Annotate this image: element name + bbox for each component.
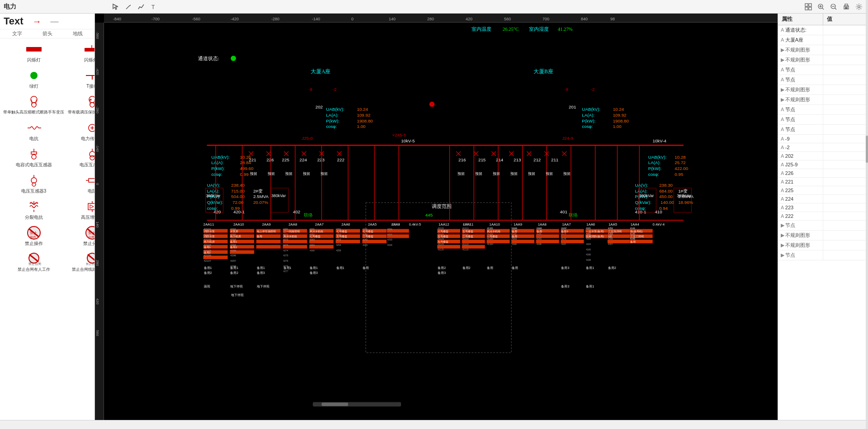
right-panel-row-0[interactable]: A 通道状态: — [778, 25, 868, 35]
svg-text:备用1: 备用1 — [586, 285, 594, 288]
svg-text:禁止合闸线路: 禁止合闸线路 — [86, 263, 95, 265]
rp-value-14 — [823, 160, 868, 169]
expand-arrow-24[interactable]: ▶ — [781, 252, 784, 258]
right-panel-row-10[interactable]: A 节点 — [778, 125, 868, 135]
svg-text:T: T — [151, 4, 155, 10]
right-panel-row-20[interactable]: A 222 — [778, 212, 868, 221]
comp-dandiao[interactable]: 带单触头高压熔断式断路手车变压 — [2, 93, 66, 118]
right-panel-row-22[interactable]: ▶不规则图形 — [778, 231, 868, 240]
svg-text:Q(kVar):: Q(kVar): — [635, 200, 651, 205]
svg-text:238.30: 238.30 — [659, 183, 673, 188]
right-panel-row-24[interactable]: ▶节点 — [778, 250, 868, 260]
svg-text:4263: 4263 — [310, 239, 315, 241]
right-panel-row-16[interactable]: A 221 — [778, 178, 868, 186]
svg-text:-9: -9 — [308, 87, 312, 92]
svg-text:4231: 4231 — [387, 228, 392, 231]
expand-arrow-23[interactable]: ▶ — [781, 242, 784, 248]
expand-arrow-6[interactable]: ▶ — [781, 87, 784, 93]
comp-dianlicgq[interactable]: 电力传感器 — [66, 119, 95, 144]
svg-text:Q(kVar):: Q(kVar): — [207, 200, 223, 205]
svg-text:2AA7: 2AA7 — [315, 222, 324, 226]
svg-text:4176: 4176 — [561, 238, 566, 240]
expand-arrow-3[interactable]: ▶ — [781, 57, 784, 63]
right-panel-row-13[interactable]: A 202 — [778, 152, 868, 160]
canvas-area[interactable]: -840 -700 -560 -420 -280 -140 0 140 280 … — [95, 14, 778, 420]
right-panel-row-15[interactable]: A 226 — [778, 169, 868, 178]
svg-text:LA(A):: LA(A): — [211, 160, 224, 165]
svg-text:备用: 备用 — [630, 240, 636, 243]
zoom-fit-btn[interactable] — [803, 1, 814, 12]
rp-value-20 — [823, 212, 868, 220]
expand-arrow-22[interactable]: ▶ — [781, 232, 784, 238]
settings-btn[interactable] — [854, 1, 864, 12]
polyline-tool[interactable] — [136, 1, 146, 12]
comp-shandeng1[interactable]: 闪烁灯 — [2, 40, 66, 66]
comp-dianyahgq1b[interactable]: 电压互感器1 — [66, 145, 95, 170]
svg-text:410-1: 410-1 — [635, 209, 646, 214]
expand-arrow-2[interactable]: ▶ — [781, 47, 784, 53]
svg-rect-7 — [809, 7, 811, 10]
comp-jinzhibfz[interactable]: 禁止 分闸 禁止分闸 — [66, 224, 95, 249]
diagram[interactable]: 室内温度 26.25°C 室内湿度 41.27% 通道状态: 大厦A座 大厦B座… — [104, 23, 778, 411]
svg-text:10kV-4: 10kV-4 — [653, 139, 667, 144]
right-panel-row-9[interactable]: A 节点 — [778, 115, 868, 125]
comp-lvdeng[interactable]: 绿灯 — [2, 66, 66, 92]
comp-diankang[interactable]: 电抗 — [2, 119, 66, 144]
comp-dianyahgq3[interactable]: 电压互感器3 — [2, 171, 66, 197]
svg-text:预留: 预留 — [285, 172, 292, 176]
right-panel-row-17[interactable]: A 225 — [778, 186, 868, 195]
svg-rect-274 — [462, 245, 485, 249]
rp-label-7: ▶不规则图形 — [778, 95, 823, 104]
comp-fenliedkang[interactable]: 分裂电抗 — [2, 198, 66, 223]
svg-text:UA(V):: UA(V): — [207, 183, 220, 188]
zoom-in-btn[interactable] — [816, 1, 826, 12]
svg-text:4161: 4161 — [586, 227, 591, 230]
comp-diankang2[interactable]: 电阻 — [66, 171, 95, 197]
text-label[interactable]: Text — [4, 15, 24, 27]
right-panel-row-11[interactable]: A -9 — [778, 135, 868, 143]
right-panel-row-2[interactable]: ▶不规则图形 — [778, 45, 868, 55]
comp-gaoya[interactable]: 高压增幅器 — [66, 198, 95, 223]
rp-value-22 — [823, 231, 868, 240]
right-panel-row-5[interactable]: A 节点 — [778, 75, 868, 85]
zoom-out-btn[interactable] — [828, 1, 839, 12]
svg-rect-270 — [437, 245, 460, 249]
comp-jinzhibcz[interactable]: 禁止 操作 禁止操作 — [2, 224, 66, 249]
right-panel-row-1[interactable]: A 大厦A座 — [778, 35, 868, 45]
svg-text:42107: 42107 — [204, 259, 211, 262]
svg-text:UAB(kV):: UAB(kV): — [326, 107, 344, 112]
rp-value-4 — [823, 65, 868, 75]
right-panel-row-7[interactable]: ▶不规则图形 — [778, 95, 868, 105]
comp-jinzhibhry[interactable]: 禁止合闸 禁止合闸有人工作 — [2, 250, 66, 275]
svg-text:10.24: 10.24 — [613, 107, 624, 112]
svg-text:4264: 4264 — [310, 244, 315, 246]
select-tool[interactable] — [110, 1, 121, 12]
right-panel-row-4[interactable]: A 节点 — [778, 65, 868, 75]
svg-text:2AA6: 2AA6 — [341, 222, 350, 226]
right-panel-row-18[interactable]: A 224 — [778, 195, 868, 203]
right-panel-row-23[interactable]: ▶不规则图形 — [778, 240, 868, 250]
comp-tjixian[interactable]: T接线 — [66, 66, 95, 92]
svg-rect-291 — [608, 240, 631, 243]
comp-shandeng2[interactable]: 闪烁灯2 — [66, 40, 95, 66]
right-panel-row-12[interactable]: A -2 — [778, 143, 868, 152]
comp-dianyahgq1[interactable]: 电容式电压互感器 — [2, 145, 66, 170]
print-btn[interactable] — [841, 1, 852, 12]
text-tool[interactable]: T — [148, 1, 159, 12]
right-panel-row-6[interactable]: ▶不规则图形 — [778, 85, 868, 95]
right-panel-row-19[interactable]: A 223 — [778, 203, 868, 212]
svg-text:地下停照: 地下停照 — [256, 285, 269, 288]
svg-text:450.00: 450.00 — [659, 194, 673, 199]
right-panel-row-14[interactable]: A J25-9 — [778, 160, 868, 169]
expand-arrow-21[interactable]: ▶ — [781, 222, 784, 228]
right-panel-row-21[interactable]: ▶节点 — [778, 221, 868, 231]
right-panel-row-3[interactable]: ▶不规则图形 — [778, 55, 868, 65]
expand-arrow-7[interactable]: ▶ — [781, 97, 784, 103]
comp-jinzhibhrl[interactable]: 禁止合闸线路 禁止合闸线路有人工作 — [66, 250, 95, 275]
pen-tool[interactable] — [123, 1, 134, 12]
svg-text:大厦A座: 大厦A座 — [311, 68, 330, 75]
svg-text:4277: 4277 — [283, 270, 288, 273]
comp-daidiaobian[interactable]: ★ 带有载调压保护自耦变压器 — [66, 93, 95, 118]
svg-text:4297: 4297 — [230, 259, 236, 262]
right-panel-row-8[interactable]: A 节点 — [778, 105, 868, 115]
